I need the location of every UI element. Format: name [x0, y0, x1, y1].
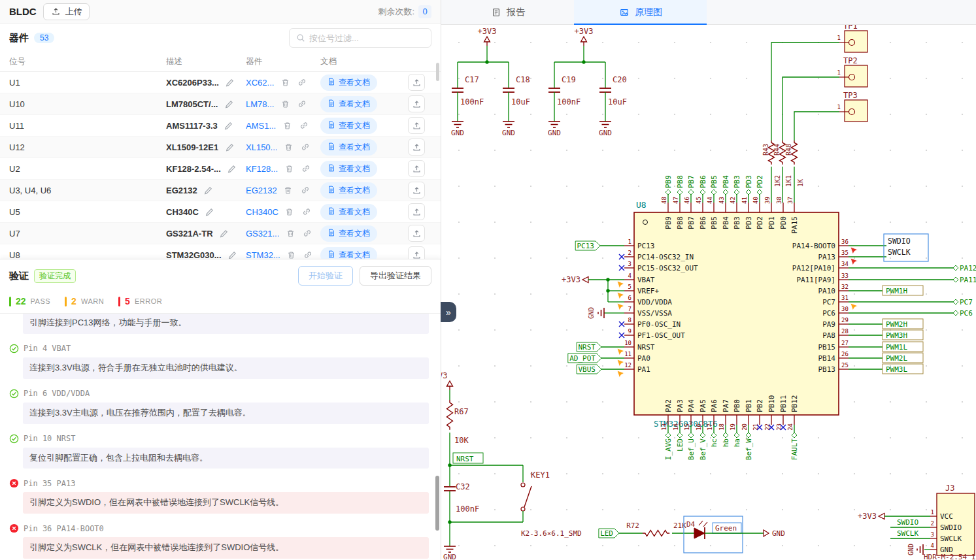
cell-designator: U8 — [9, 250, 166, 259]
verification-item-head: Pin 35 PA13 — [9, 478, 429, 488]
tab-report[interactable]: 报告 — [441, 0, 574, 24]
table-row[interactable]: U3, U4, U6EG2132EG2132查看文档 — [0, 180, 441, 201]
table-row[interactable]: U2KF128-2.54-...KF128...查看文档 — [0, 158, 441, 180]
view-doc-button[interactable]: 查看文档 — [320, 161, 377, 177]
delete-icon[interactable] — [279, 76, 291, 88]
part-link[interactable]: EG2132 — [246, 186, 277, 195]
edit-icon[interactable] — [224, 141, 235, 153]
link-icon[interactable] — [301, 227, 313, 239]
delete-icon[interactable] — [282, 184, 294, 196]
link-icon[interactable] — [296, 76, 308, 88]
schematic-canvas[interactable]: +3V3GNDC17100nFGNDC1810uF+3V3GNDC19100nF… — [441, 25, 976, 560]
power-rail-label: +3V3 — [478, 27, 497, 36]
net-label: AD_POT — [569, 354, 596, 363]
start-verify-button[interactable]: 开始验证 — [298, 266, 353, 286]
filter-search-box[interactable] — [289, 28, 431, 48]
edit-icon[interactable] — [224, 76, 236, 88]
part-link[interactable]: CH340C — [246, 207, 278, 217]
part-link[interactable]: XC62... — [246, 78, 274, 88]
junction-dot — [582, 60, 585, 63]
delete-icon[interactable] — [279, 98, 291, 110]
delete-icon[interactable] — [284, 227, 296, 239]
row-upload-button[interactable] — [408, 139, 425, 156]
part-link[interactable]: GS321... — [246, 229, 279, 239]
link-icon[interactable] — [296, 98, 308, 110]
delete-icon[interactable] — [281, 120, 293, 131]
row-upload-button[interactable] — [408, 117, 425, 134]
edit-icon[interactable] — [223, 120, 235, 131]
table-row[interactable]: U12XL1509-12E1XL150...查看文档 — [0, 137, 441, 158]
view-doc-button[interactable]: 查看文档 — [320, 139, 377, 156]
part-link[interactable]: LM78... — [246, 99, 274, 109]
edit-icon[interactable] — [227, 249, 239, 259]
edit-icon[interactable] — [218, 227, 230, 239]
net-label: PA11 — [960, 276, 976, 284]
tab-schematic[interactable]: 原理图 — [574, 0, 707, 24]
view-doc-button[interactable]: 查看文档 — [320, 118, 377, 134]
gnd-label: GND — [548, 129, 561, 137]
link-icon[interactable] — [299, 141, 311, 153]
part-link[interactable]: AMS1... — [246, 121, 276, 131]
results-scrollbar[interactable] — [435, 476, 439, 531]
pin-number: 5 — [628, 284, 631, 290]
edit-icon[interactable] — [226, 163, 238, 174]
row-upload-button[interactable] — [408, 95, 425, 112]
view-doc-button[interactable]: 查看文档 — [320, 225, 377, 242]
delete-icon[interactable] — [282, 141, 294, 153]
view-doc-button[interactable]: 查看文档 — [320, 204, 377, 220]
link-icon[interactable] — [302, 249, 314, 259]
pin-name: PA4 — [687, 399, 696, 412]
upload-button[interactable]: 上传 — [43, 3, 90, 20]
link-icon[interactable] — [301, 206, 312, 218]
table-row[interactable]: U7GS321A-TRGS321...查看文档 — [0, 223, 441, 244]
link-icon[interactable] — [298, 120, 310, 131]
panel-expander-button[interactable]: » — [441, 302, 456, 322]
row-upload-button[interactable] — [408, 225, 425, 242]
verification-item: Pin 6 VDD/VDDA连接到3.3V主电源，电压在推荐范围内，配置了去耦电… — [9, 389, 429, 424]
part-link[interactable]: XL150... — [246, 142, 277, 152]
pin-name: PB3 — [733, 216, 741, 229]
delete-icon[interactable] — [283, 163, 295, 174]
pin-name: PB2 — [756, 399, 764, 412]
view-doc-label: 查看文档 — [339, 99, 370, 110]
row-upload-button[interactable] — [408, 246, 425, 259]
link-icon[interactable] — [300, 163, 312, 174]
edit-icon[interactable] — [204, 206, 216, 218]
delete-icon[interactable] — [284, 206, 295, 218]
row-upload-button[interactable] — [408, 203, 425, 220]
pin-name: PA7 — [722, 399, 730, 412]
net-label: SWDIO — [888, 237, 911, 246]
view-doc-button[interactable]: 查看文档 — [320, 96, 377, 112]
edit-icon[interactable] — [223, 98, 235, 110]
view-doc-button[interactable]: 查看文档 — [320, 182, 377, 199]
edit-icon[interactable] — [203, 184, 214, 196]
gnd-label: GND — [599, 129, 612, 137]
verification-item: 引脚连接到PC13网络，功能与手册一致。 — [9, 314, 429, 334]
count-bar — [65, 297, 67, 306]
part-link[interactable]: KF128... — [246, 164, 278, 174]
row-upload-button[interactable] — [408, 182, 425, 199]
row-upload-button[interactable] — [408, 160, 425, 177]
part-link[interactable]: STM32... — [246, 250, 280, 259]
view-doc-button[interactable]: 查看文档 — [320, 247, 377, 259]
table-row[interactable]: U5CH340CCH340C查看文档 — [0, 201, 441, 223]
table-row[interactable]: U8STM32G030...STM32...查看文档 — [0, 244, 441, 259]
verification-results-list[interactable]: 引脚连接到PC13网络，功能与手册一致。Pin 4 VBAT连接到3.3V电源，… — [0, 314, 441, 560]
pin-label: Pin 4 VBAT — [24, 344, 71, 353]
resistor-ref: R72 — [626, 521, 639, 530]
table-scrollbar[interactable] — [436, 63, 439, 81]
cell-description: XC6206P33... — [166, 76, 246, 88]
link-icon[interactable] — [299, 184, 311, 196]
export-results-button[interactable]: 导出验证结果 — [360, 266, 431, 286]
filter-input[interactable] — [309, 33, 424, 43]
view-doc-button[interactable]: 查看文档 — [320, 74, 377, 91]
verification-item: Pin 10 NRST复位引脚配置正确，包含上拉电阻和去耦电容。 — [9, 434, 429, 469]
pin-number: 11 — [624, 351, 631, 357]
delete-icon[interactable] — [285, 249, 297, 259]
table-row[interactable]: U1XC6206P33...XC62...查看文档 — [0, 72, 441, 93]
table-row[interactable]: U11AMS1117-3.3AMS1...查看文档 — [0, 115, 441, 137]
net-label: SWDIO — [897, 518, 918, 527]
row-upload-button[interactable] — [408, 74, 425, 91]
net-label: PWM3L — [886, 365, 907, 374]
table-row[interactable]: U10LM7805CT/...LM78...查看文档 — [0, 93, 441, 115]
